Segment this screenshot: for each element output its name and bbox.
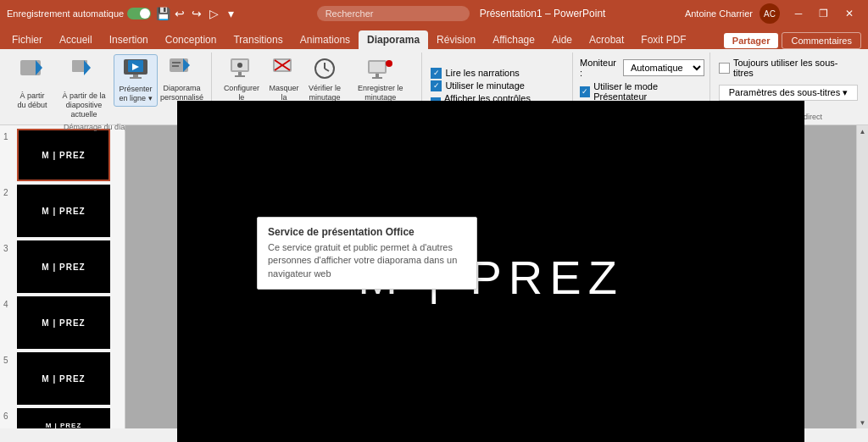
tab-acrobat[interactable]: Acrobat: [581, 30, 632, 49]
check-timing-icon: [313, 57, 337, 82]
record-icon: [367, 57, 394, 82]
tab-animations[interactable]: Animations: [292, 30, 359, 49]
narrations-checkbox[interactable]: ✓: [431, 68, 442, 79]
more-icon[interactable]: ▾: [224, 7, 237, 20]
list-item: 2 M | PREZ: [3, 185, 121, 237]
slide-thumbnail[interactable]: M | PREZ: [17, 129, 110, 181]
slide-thumbnail[interactable]: M | PREZ: [17, 408, 110, 428]
slide-logo: M | PREZ: [42, 318, 85, 328]
present-online-button[interactable]: Présenteren ligne ▾: [114, 54, 158, 107]
subtitle-group: Toujours utiliser les sous-titres Paramè…: [719, 54, 858, 104]
title-bar-left: Enregistrement automatique 💾 ↩ ↪ ▷ ▾: [7, 7, 237, 20]
title-bar-right: Antoine Charrier AC ─ ❐ ✕: [685, 3, 861, 24]
always-subtitles-checkbox[interactable]: [719, 63, 730, 74]
scroll-up-button[interactable]: ▲: [857, 125, 869, 137]
configure-icon: [230, 57, 253, 82]
restore-button[interactable]: ❐: [812, 5, 836, 22]
title-bar-center: Présentation1 – PowerPoint: [317, 6, 606, 21]
share-button[interactable]: Partager: [724, 33, 779, 48]
autosave-switch[interactable]: [127, 8, 151, 19]
canvas-area: M | PREZ Service de présentation Office …: [125, 125, 856, 428]
minutage-label: Utiliser le minutage: [445, 80, 525, 91]
from-start-label: À partirdu début: [17, 91, 47, 110]
cb-presentateur[interactable]: ✓ Utiliser le mode Présentateur: [580, 81, 704, 102]
toolbar-icons: 💾 ↩ ↪ ▷ ▾: [156, 7, 237, 20]
svg-rect-7: [130, 77, 142, 79]
autosave-toggle[interactable]: Enregistrement automatique: [7, 8, 151, 19]
slide-number: 3: [3, 240, 14, 253]
presentateur-checkbox[interactable]: ✓: [580, 86, 590, 97]
tab-affichage[interactable]: Affichage: [484, 30, 543, 49]
minimize-button[interactable]: ─: [787, 5, 810, 22]
svg-rect-29: [372, 77, 382, 79]
check-timing-button[interactable]: Vérifier leminutage: [305, 54, 344, 105]
slide-number: 4: [3, 296, 14, 309]
from-current-button[interactable]: À partir de ladiapositive actuelle: [56, 54, 112, 121]
present-online-label: Présenteren ligne ▾: [120, 85, 153, 103]
vertical-scrollbar[interactable]: ▲ ▼: [856, 125, 868, 428]
tab-fichier[interactable]: Fichier: [3, 30, 51, 49]
monitor-select[interactable]: Automatique: [623, 59, 704, 76]
window-title: Présentation1 – PowerPoint: [480, 8, 606, 19]
monitor-group: Moniteur : Automatique ✓ Utiliser le mod…: [580, 54, 704, 105]
tab-insertion[interactable]: Insertion: [101, 30, 157, 49]
tooltip-popup: Service de présentation Office Ce servic…: [257, 217, 477, 290]
redo-icon[interactable]: ↪: [190, 7, 203, 20]
list-item: 1 M | PREZ: [3, 129, 121, 181]
autosave-label: Enregistrement automatique: [7, 8, 124, 19]
from-start-button[interactable]: À partirdu début: [10, 54, 54, 113]
search-input[interactable]: [317, 6, 470, 21]
title-bar: Enregistrement automatique 💾 ↩ ↪ ▷ ▾ Pré…: [0, 0, 868, 27]
present-icon[interactable]: ▷: [207, 7, 220, 20]
svg-point-15: [237, 63, 242, 68]
monitor-row: Moniteur : Automatique: [580, 58, 704, 78]
svg-rect-26: [370, 62, 385, 72]
svg-rect-12: [172, 65, 179, 67]
tab-conception[interactable]: Conception: [157, 30, 225, 49]
slide-thumbnail[interactable]: M | PREZ: [17, 296, 110, 349]
tab-diaporama[interactable]: Diaporama: [359, 30, 428, 49]
user-name: Antoine Charrier: [685, 8, 753, 19]
comments-button[interactable]: Commentaires: [782, 32, 861, 49]
tooltip-body: Ce service gratuit et public permet à d'…: [268, 241, 466, 280]
subtitle-settings-button[interactable]: Paramètres des sous-titres ▾: [719, 85, 858, 101]
slide-thumbnail[interactable]: M | PREZ: [17, 185, 110, 237]
tab-revision[interactable]: Révision: [428, 30, 484, 49]
minutage-checkbox[interactable]: ✓: [431, 80, 442, 91]
svg-point-27: [386, 60, 392, 67]
cb-narrations[interactable]: ✓ Lire les narrations: [431, 68, 565, 79]
save-icon[interactable]: 💾: [156, 7, 170, 20]
slide-logo: M | PREZ: [42, 207, 85, 216]
slide-logo: M | PREZ: [42, 151, 85, 160]
slide-logo: M | PREZ: [46, 422, 82, 429]
slide-number: 6: [3, 408, 14, 421]
tab-aide[interactable]: Aide: [543, 30, 581, 49]
narrations-label: Lire les narrations: [445, 68, 519, 78]
tab-accueil[interactable]: Accueil: [51, 30, 101, 49]
slide-thumbnail[interactable]: M | PREZ: [17, 352, 110, 405]
svg-rect-17: [235, 75, 245, 77]
slide-logo: M | PREZ: [42, 262, 85, 272]
presentateur-label: Utiliser le mode Présentateur: [593, 81, 704, 102]
list-item: 6 M | PREZ: [3, 408, 121, 428]
tab-foxit[interactable]: Foxit PDF: [632, 30, 694, 49]
slide-panel: 1 M | PREZ 2 M | PREZ 3 M | PREZ 4 M | P…: [0, 125, 125, 428]
demarrage-content: À partirdu début À partir de ladiapositi…: [10, 54, 204, 121]
undo-icon[interactable]: ↩: [173, 7, 186, 20]
always-label: Toujours utiliser les sous-titres: [733, 58, 858, 78]
scroll-down-button[interactable]: ▼: [857, 417, 869, 428]
from-current-label: À partir de ladiapositive actuelle: [59, 91, 108, 119]
tab-transitions[interactable]: Transitions: [225, 30, 291, 49]
avatar[interactable]: AC: [760, 3, 780, 24]
cb-minutage[interactable]: ✓ Utiliser le minutage: [431, 80, 565, 91]
slide-thumbnail[interactable]: M | PREZ: [17, 240, 110, 293]
slide-number: 2: [3, 185, 14, 197]
from-current-icon: [70, 57, 97, 90]
close-button[interactable]: ✕: [837, 5, 861, 22]
svg-rect-28: [376, 74, 379, 77]
present-online-icon: [123, 58, 148, 83]
cb-always-subtitles[interactable]: Toujours utiliser les sous-titres: [719, 58, 858, 78]
slide-number: 5: [3, 352, 14, 365]
svg-rect-16: [238, 72, 242, 75]
svg-rect-11: [172, 62, 181, 64]
